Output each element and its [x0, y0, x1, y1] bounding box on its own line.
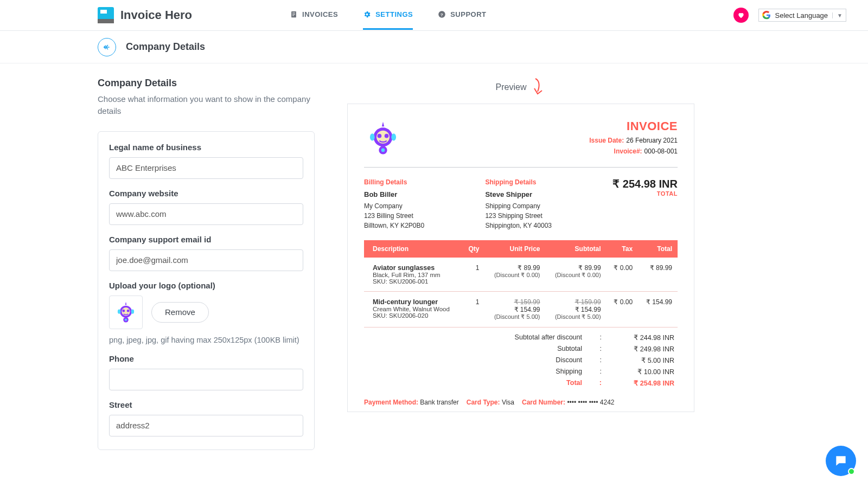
email-input[interactable] [109, 249, 303, 271]
phone-input[interactable] [109, 369, 303, 390]
street-input[interactable] [109, 415, 303, 436]
website-label: Company website [109, 189, 303, 198]
item-sku: SKU: SKU2006-001 [373, 278, 456, 285]
billing-line3: Billtown, KY K2P0B0 [364, 221, 424, 230]
logo-row: Remove [109, 296, 303, 329]
invoice-number-value: 000-08-001 [644, 147, 678, 155]
shipping-heading: Shipping Details [485, 177, 552, 187]
brand-logo-icon [98, 7, 114, 23]
arrow-down-icon [532, 78, 546, 97]
arrow-left-icon [103, 43, 111, 52]
preview-label-text: Preview [496, 82, 527, 92]
shipping-line2: 123 Shipping Street [485, 211, 552, 221]
invoice-number-row: Invoice#:000-08-001 [589, 147, 678, 155]
invoice-preview: INVOICE Issue Date:26 February 2021 Invo… [347, 104, 694, 412]
col-tax: Tax [607, 240, 639, 258]
street-label: Street [109, 400, 303, 409]
shipping-line1: Shipping Company [485, 201, 552, 211]
col-description: Description [364, 240, 462, 258]
item-unit-disc: (Discount ₹ 5.00) [490, 313, 540, 320]
billing-name: Bob Biller [364, 189, 424, 200]
summary-subtotal-val: ₹ 249.98 INR [615, 345, 674, 353]
nav-invoices-label: INVOICES [302, 10, 338, 18]
shipping-name: Steve Shipper [485, 189, 552, 200]
summary-discount-val: ₹ 5.00 INR [615, 356, 674, 364]
item-unit-disc: (Discount ₹ 0.00) [490, 272, 540, 279]
summary-total-val: ₹ 254.98 INR [615, 379, 674, 387]
billing-shipping-row: Billing Details Bob Biller My Company 12… [364, 177, 678, 230]
nav-invoices[interactable]: INVOICES [290, 1, 338, 30]
page-header: Company Details [0, 31, 868, 63]
legal-name-label: Legal name of business [109, 143, 303, 152]
col-subtotal: Subtotal [546, 240, 607, 258]
summary-shipping-lab: Shipping [419, 368, 615, 376]
summary-sub-after-lab: Subtotal after discount [419, 333, 615, 342]
preview-column: Preview INVOICE Issue Date:26 February 2… [347, 78, 694, 412]
item-variant: Cream White, Walnut Wood [373, 306, 456, 312]
shipping-line3: Shippington, KY 40003 [485, 221, 552, 230]
nav-support[interactable]: ? SUPPORT [438, 1, 486, 30]
summary-total-lab: Total [419, 379, 615, 387]
item-tax: ₹ 0.00 [607, 291, 639, 327]
summary: Subtotal after discount₹ 244.98 INR Subt… [364, 332, 678, 389]
nav-settings[interactable]: SETTINGS [363, 1, 413, 30]
logo-hint: png, jpeg, jpg, gif having max 250x125px… [109, 336, 303, 344]
item-unit-strike: ₹ 159.99 [490, 298, 540, 306]
back-button[interactable] [98, 38, 116, 56]
language-select[interactable]: Select Language ▼ [758, 9, 847, 22]
summary-sub-after-val: ₹ 244.98 INR [615, 333, 674, 342]
svg-point-21 [391, 133, 396, 140]
invoice-issue-label: Issue Date: [589, 137, 624, 144]
settings-icon [363, 10, 371, 18]
svg-rect-1 [292, 12, 295, 13]
billing-line2: 123 Billing Street [364, 211, 424, 221]
total-amount: ₹ 254.98 INR [612, 177, 678, 190]
item-sub-strike: ₹ 159.99 [551, 298, 601, 306]
page-title: Company Details [126, 41, 205, 53]
line-item: Aviator sunglasses Black, Full Rim, 137 … [364, 258, 678, 292]
invoice-issue-value: 26 February 2021 [626, 137, 678, 144]
line-item: Mid-century lounger Cream White, Walnut … [364, 291, 678, 327]
total-block: ₹ 254.98 INR TOTAL [612, 177, 678, 230]
invoice-issue-row: Issue Date:26 February 2021 [589, 137, 678, 144]
billing-line1: My Company [364, 201, 424, 211]
support-icon: ? [438, 10, 446, 18]
logo-thumbnail[interactable] [109, 296, 143, 329]
total-label: TOTAL [612, 190, 678, 197]
website-input[interactable] [109, 203, 303, 225]
remove-logo-button[interactable]: Remove [151, 302, 209, 323]
col-total: Total [638, 240, 678, 258]
item-sub-disc: (Discount ₹ 5.00) [551, 313, 601, 320]
invoices-icon [290, 10, 298, 18]
content: Company Details Choose what information … [0, 63, 868, 450]
svg-point-16 [378, 134, 382, 138]
svg-rect-3 [292, 15, 294, 16]
topbar-right: Select Language ▼ [733, 8, 847, 23]
item-sku: SKU: SKU2006-020 [373, 312, 456, 319]
item-sub: ₹ 154.99 [551, 306, 601, 313]
logo-label: Upload your logo (optional) [109, 281, 303, 290]
svg-point-17 [385, 134, 389, 138]
legal-name-input[interactable] [109, 157, 303, 179]
brand-name: Invoice Hero [120, 8, 192, 22]
pay-card-lab: Card Type: [467, 399, 500, 406]
nav-links: INVOICES SETTINGS ? SUPPORT [290, 1, 486, 30]
section-title: Company Details [98, 78, 315, 89]
pay-num-val: •••• •••• •••• 4242 [567, 399, 614, 406]
svg-point-12 [118, 309, 121, 313]
invoice-number-label: Invoice#: [614, 147, 642, 155]
email-label: Company support email id [109, 235, 303, 244]
item-sub: ₹ 89.99 [551, 264, 601, 272]
favorite-button[interactable] [733, 8, 749, 23]
item-sub-disc: (Discount ₹ 0.00) [551, 272, 601, 279]
billing-heading: Billing Details [364, 177, 424, 187]
pay-method-lab: Payment Method: [364, 399, 418, 406]
google-icon [762, 11, 771, 20]
invoice-title: INVOICE [589, 119, 678, 133]
brand: Invoice Hero [98, 7, 192, 23]
billing-details: Billing Details Bob Biller My Company 12… [364, 177, 424, 230]
chevron-down-icon: ▼ [832, 12, 843, 18]
col-qty: Qty [462, 240, 485, 258]
item-tax: ₹ 0.00 [607, 258, 639, 292]
topbar: Invoice Hero INVOICES SETTINGS ? SUPPORT… [0, 0, 868, 31]
